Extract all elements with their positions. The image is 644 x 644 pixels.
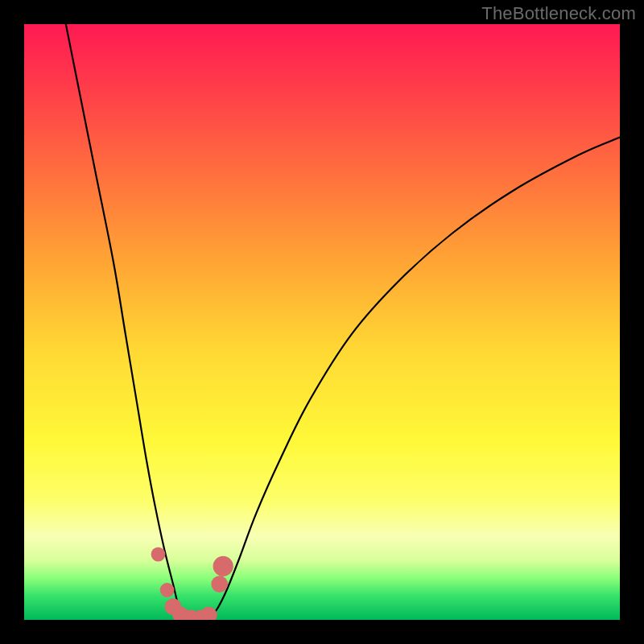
curve-marker (213, 556, 233, 576)
curve-marker (211, 576, 228, 592)
plot-area (24, 24, 620, 620)
curve-marker (160, 583, 175, 597)
curve-right-branch (208, 138, 620, 620)
chart-frame: TheBottleneck.com (0, 0, 644, 644)
curve-marker (200, 607, 217, 620)
watermark-text: TheBottleneck.com (481, 3, 636, 24)
bottleneck-curve (24, 24, 620, 620)
curve-marker (151, 547, 166, 562)
curve-left-branch (66, 24, 185, 620)
curve-markers (151, 547, 233, 620)
